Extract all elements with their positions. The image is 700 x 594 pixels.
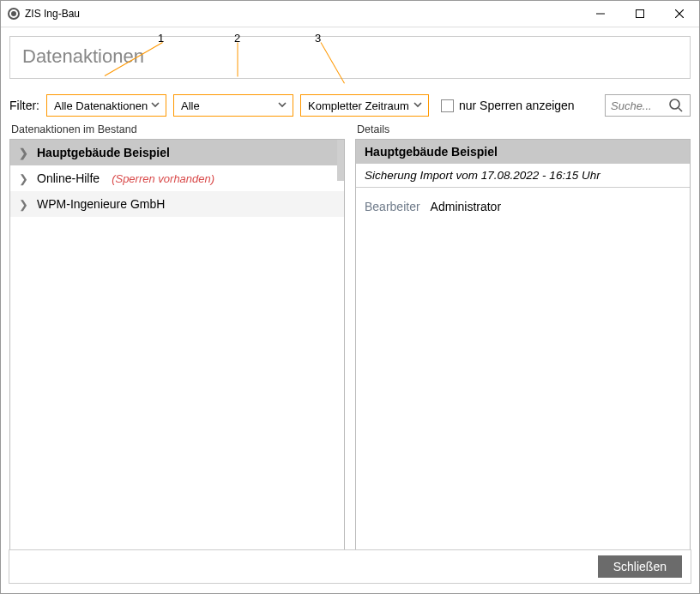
maximize-button[interactable] bbox=[620, 1, 660, 27]
chevron-down-icon bbox=[413, 99, 423, 112]
scrollbar-thumb[interactable] bbox=[337, 140, 344, 181]
close-button[interactable]: Schließen bbox=[598, 555, 682, 578]
filter-combo-actions-value: Alle Datenaktionen bbox=[54, 99, 148, 112]
chevron-right-icon: ❯ bbox=[19, 198, 28, 211]
svg-line-5 bbox=[679, 108, 682, 111]
only-locks-label: nur Sperren anzeigen bbox=[459, 99, 575, 112]
left-column: Datenaktionen im Bestand ❯ Hauptgebäude … bbox=[9, 123, 345, 552]
details-editor-value: Administrator bbox=[431, 200, 501, 213]
window-controls bbox=[581, 1, 699, 27]
chevron-down-icon bbox=[150, 99, 160, 112]
checkbox-icon bbox=[441, 99, 454, 112]
tree-panel: ❯ Hauptgebäude Beispiel ❯ Online-Hilfe (… bbox=[9, 139, 345, 552]
filter-combo-actions[interactable]: Alle Datenaktionen bbox=[46, 94, 166, 117]
search-icon bbox=[664, 98, 688, 113]
tree-item-label: Hauptgebäude Beispiel bbox=[37, 146, 170, 159]
close-icon bbox=[675, 9, 684, 18]
filter-combo-scope-value: Alle bbox=[181, 99, 200, 112]
tree-item-2[interactable]: ❯ WPM-Ingenieure GmbH bbox=[10, 191, 344, 217]
details-subtitle: Sicherung Import vom 17.08.2022 - 16:15 … bbox=[356, 164, 690, 188]
callout-3-line bbox=[321, 42, 345, 83]
details-panel: Hauptgebäude Beispiel Sicherung Import v… bbox=[355, 139, 691, 552]
svg-rect-1 bbox=[637, 10, 644, 18]
search-box[interactable] bbox=[605, 94, 691, 117]
details-editor-label: Bearbeiter bbox=[365, 200, 420, 213]
tree-item-label: Online-Hilfe bbox=[37, 171, 100, 185]
left-column-header: Datenaktionen im Bestand bbox=[11, 123, 345, 135]
page-heading-panel: Datenaktionen 1 2 3 bbox=[9, 36, 691, 79]
only-locks-checkbox[interactable]: nur Sperren anzeigen bbox=[441, 99, 575, 112]
filter-label: Filter: bbox=[9, 99, 39, 112]
close-window-button[interactable] bbox=[660, 1, 699, 27]
maximize-icon bbox=[636, 9, 644, 18]
details-editor-row: Bearbeiter Administrator bbox=[356, 188, 690, 225]
tree-item-0[interactable]: ❯ Hauptgebäude Beispiel bbox=[10, 140, 344, 165]
search-input[interactable] bbox=[606, 99, 664, 113]
tree-item-label: WPM-Ingenieure GmbH bbox=[37, 197, 165, 211]
details-title: Hauptgebäude Beispiel bbox=[356, 140, 690, 164]
filter-combo-scope[interactable]: Alle bbox=[173, 94, 293, 117]
minimize-icon bbox=[596, 9, 605, 18]
right-column-header: Details bbox=[357, 123, 691, 135]
filter-combo-period[interactable]: Kompletter Zeitraum bbox=[300, 94, 429, 117]
app-icon bbox=[8, 8, 20, 20]
filter-bar: Filter: Alle Datenaktionen Alle Komplett… bbox=[9, 94, 691, 117]
filter-combo-period-value: Kompletter Zeitraum bbox=[308, 99, 409, 112]
tree-item-1[interactable]: ❯ Online-Hilfe (Sperren vorhanden) bbox=[10, 165, 344, 191]
chevron-down-icon bbox=[277, 99, 287, 112]
minimize-button[interactable] bbox=[581, 1, 620, 27]
svg-point-4 bbox=[670, 99, 679, 109]
titlebar: ZIS Ing-Bau bbox=[1, 1, 699, 27]
right-column: Details Hauptgebäude Beispiel Sicherung … bbox=[355, 123, 691, 552]
chevron-right-icon: ❯ bbox=[19, 172, 28, 185]
chevron-right-icon: ❯ bbox=[19, 147, 28, 159]
footer-bar: Schließen bbox=[9, 549, 691, 584]
window-title: ZIS Ing-Bau bbox=[25, 8, 80, 20]
tree-item-note: (Sperren vorhanden) bbox=[112, 172, 214, 185]
callout-2-line bbox=[238, 43, 238, 77]
